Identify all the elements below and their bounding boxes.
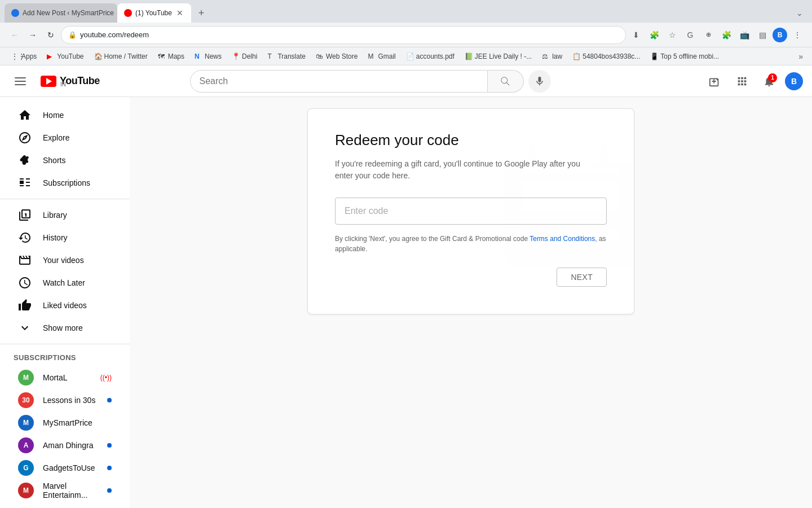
search-button[interactable]: [488, 70, 524, 93]
tab-1[interactable]: Add New Post ‹ MySmartPrice ✕: [5, 3, 117, 23]
mic-button[interactable]: [528, 70, 551, 93]
notifications-button[interactable]: 1: [758, 70, 780, 93]
bookmark-top5[interactable]: 📱 Top 5 offline mobi...: [646, 50, 723, 63]
sidebar-item-watch-later[interactable]: Watch Later: [5, 271, 125, 294]
home-icon: [18, 108, 32, 122]
history-icon: [18, 231, 32, 244]
svg-rect-0: [15, 77, 26, 78]
youtube-app: YouTube IN: [0, 65, 812, 508]
url-input[interactable]: [80, 30, 619, 39]
liked-videos-label: Liked videos: [43, 301, 87, 310]
bookmark-webstore-label: Web Store: [326, 52, 358, 60]
terms-link[interactable]: Terms and Conditions: [529, 235, 595, 243]
sidebar-item-library[interactable]: Library: [5, 204, 125, 226]
youtube-logo[interactable]: YouTube IN: [41, 75, 100, 87]
sidebar-item-show-more[interactable]: Show more: [5, 317, 125, 339]
bookmark-jee[interactable]: 📗 JEE Live Daily ! -...: [460, 50, 536, 63]
delhi-bookmark-icon: 📍: [232, 52, 240, 60]
sub-mortal-avatar: M: [18, 370, 34, 386]
sidebar-item-subscriptions[interactable]: Subscriptions: [5, 172, 125, 194]
tab-2[interactable]: (1) YouTube ✕: [117, 3, 191, 23]
bookmark-accounts-label: accounts.pdf: [416, 52, 454, 60]
subscriptions-icon: [18, 176, 32, 190]
bookmark-twitter[interactable]: 🏠 Home / Twitter: [90, 50, 152, 63]
subscriptions-label: Subscriptions: [43, 178, 90, 187]
redeem-description: If you're redeeming a gift card, you'll …: [335, 158, 583, 182]
your-videos-icon: [18, 253, 32, 267]
new-tab-button[interactable]: +: [193, 5, 209, 21]
sub-msp-avatar: M: [18, 415, 34, 431]
user-avatar[interactable]: B: [785, 72, 803, 90]
sub-lessons-dot: [107, 398, 112, 402]
bookmark-youtube[interactable]: ▶ YouTube: [42, 50, 88, 63]
bookmark-file-label: 54804bos43938c...: [582, 52, 640, 60]
sidebar-subscriptions-section: SUBSCRIPTIONS M MortaL ((•)) 30 Lessons …: [0, 349, 130, 506]
tab-expand-button[interactable]: ⌄: [792, 6, 807, 20]
forward-button[interactable]: →: [25, 27, 41, 43]
show-more-icon: [18, 321, 32, 335]
bookmark-file[interactable]: 📋 54804bos43938c...: [568, 50, 645, 63]
extension-icon[interactable]: 🧩: [646, 27, 662, 43]
bookmarks-more[interactable]: »: [796, 51, 805, 62]
bookmark-law[interactable]: ⚖ law: [537, 50, 567, 63]
translate-icon[interactable]: G: [682, 27, 698, 43]
bookmark-apps-label: Apps: [21, 52, 37, 60]
extensions-btn[interactable]: 🧩: [718, 27, 734, 43]
apps-bookmark-icon: ⋮⋮: [11, 52, 19, 60]
reload-button[interactable]: ↻: [43, 27, 59, 43]
address-bar[interactable]: 🔒: [61, 26, 626, 44]
back-button[interactable]: ←: [7, 27, 23, 43]
sub-item-mortal[interactable]: M MortaL ((•)): [5, 366, 125, 389]
bookmark-news[interactable]: N News: [190, 50, 226, 63]
sidebar-item-explore[interactable]: Explore: [5, 126, 125, 149]
sub-aman-avatar: A: [18, 437, 34, 453]
bookmark-webstore[interactable]: 🛍 Web Store: [311, 50, 362, 63]
sub-item-mysmartprice[interactable]: M MySmartPrice: [5, 411, 125, 434]
file-bookmark-icon: 📋: [572, 52, 580, 60]
home-label: Home: [43, 111, 64, 120]
sidebar-item-history[interactable]: History: [5, 226, 125, 249]
menu-hamburger-button[interactable]: [9, 70, 32, 93]
sub-item-lessons30s[interactable]: 30 Lessons in 30s: [5, 389, 125, 411]
search-input[interactable]: [200, 76, 478, 86]
history-label: History: [43, 233, 68, 242]
bookmark-icon[interactable]: ☆: [664, 27, 680, 43]
sub-item-aman[interactable]: A Aman Dhingra: [5, 434, 125, 457]
bookmark-translate[interactable]: T Translate: [263, 50, 310, 63]
sidebar-item-home[interactable]: Home: [5, 104, 125, 126]
webstore-bookmark-icon: 🛍: [316, 52, 324, 60]
sidebar-item-your-videos[interactable]: Your videos: [5, 249, 125, 271]
bookmark-maps[interactable]: 🗺 Maps: [153, 50, 189, 63]
main-content: Redeem your code If you're redeeming a g…: [130, 97, 812, 508]
bookmark-news-label: News: [205, 52, 222, 60]
create-button[interactable]: [704, 70, 726, 93]
youtube-body: Home Explore Shorts: [0, 97, 812, 508]
apps-grid-button[interactable]: [731, 70, 753, 93]
youtube-bookmark-icon: ▶: [47, 52, 55, 60]
sub-mortal-name: MortaL: [43, 373, 91, 382]
tab-2-close[interactable]: ✕: [175, 7, 184, 19]
bookmark-gmail[interactable]: M Gmail: [363, 50, 400, 63]
browser-profile[interactable]: B: [773, 28, 787, 42]
sidebar: Home Explore Shorts: [0, 97, 130, 508]
tab-1-title: Add New Post ‹ MySmartPrice: [23, 9, 114, 17]
sub-item-marvel[interactable]: M Marvel Entertainm...: [5, 479, 125, 502]
bookmark-accounts[interactable]: 📄 accounts.pdf: [401, 50, 459, 63]
counter-badge[interactable]: ⊕: [700, 27, 716, 43]
tab-2-favicon: [124, 9, 132, 17]
cast-icon[interactable]: 📺: [736, 27, 752, 43]
sub-msp-name: MySmartPrice: [43, 418, 112, 427]
sidebar-icon[interactable]: ▤: [754, 27, 770, 43]
browser-toolbar: ← → ↻ 🔒 ⬇ 🧩 ☆ G ⊕ 🧩 📺 ▤ B ⋮: [0, 23, 812, 47]
bookmark-delhi[interactable]: 📍 Delhi: [227, 50, 262, 63]
search-input-wrap[interactable]: [190, 70, 488, 93]
sidebar-item-shorts[interactable]: Shorts: [5, 149, 125, 172]
next-button[interactable]: NEXT: [557, 268, 607, 287]
bookmark-apps[interactable]: ⋮⋮ Apps: [7, 50, 41, 63]
sub-mortal-live: ((•)): [100, 374, 112, 382]
sidebar-item-liked-videos[interactable]: Liked videos: [5, 294, 125, 317]
redeem-code-input[interactable]: [335, 198, 607, 225]
download-icon[interactable]: ⬇: [628, 27, 644, 43]
menu-btn[interactable]: ⋮: [789, 27, 805, 43]
sub-item-gadgets[interactable]: G GadgetsToUse: [5, 457, 125, 479]
